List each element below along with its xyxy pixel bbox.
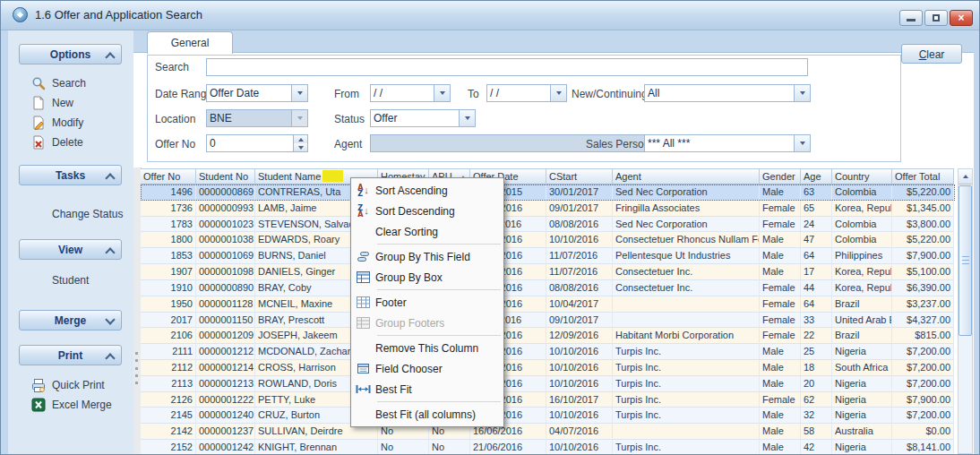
cell-cstart[interactable]: 04/07/2016 [546,424,613,440]
sidebar-item-search[interactable]: Search [8,73,133,93]
vertical-scrollbar[interactable] [958,168,973,454]
cell-offer-total[interactable]: $3,800.00 [892,217,954,233]
cell-offer-no[interactable]: 1800 [141,232,196,248]
cell-gender[interactable]: Male [760,232,801,248]
titlebar[interactable]: 1.6 Offer and Application Search × [1,1,979,30]
cell-agent[interactable]: Turpis Inc. [613,392,760,408]
cell-agent[interactable]: Turpis Inc. [613,344,760,360]
sidebar-group-options[interactable]: Options [19,44,122,64]
cell-offer-total[interactable]: $5,220.00 [892,185,954,201]
cell-country[interactable]: United Arab Emirates [832,313,892,329]
cell-agent[interactable]: Consectetuer Inc. [613,264,760,280]
cell-gender[interactable]: Male [760,344,801,360]
cell-offer-total[interactable]: $7,200.00 [892,360,954,376]
cell-country[interactable]: Nigeria [832,376,892,392]
cell-student-no[interactable]: 0000001150 [196,313,255,329]
cell-country[interactable]: Colombia [832,232,892,248]
close-button[interactable]: × [950,10,973,26]
cell-age[interactable]: 33 [801,313,832,329]
cell-country[interactable]: Nigeria [832,392,892,408]
cell-agent[interactable] [613,296,760,313]
table-row[interactable]: 19100000000890BRAY, Coby14/03/201608/08/… [141,280,955,296]
column-header-student-no[interactable]: Student No [196,168,255,185]
cell-offer-no[interactable]: 1783 [141,217,196,233]
cell-cstart[interactable]: 10/10/2016 [546,232,613,248]
cell-offer-total[interactable]: $7,200.00 [892,376,954,392]
cell-cstart[interactable]: 09/10/2017 [546,313,613,329]
cell-country[interactable]: Nigeria [832,408,892,424]
cell-cstart[interactable]: 12/09/2016 [546,328,613,344]
chevron-down-icon[interactable] [459,110,475,126]
cell-student-no[interactable]: 0000001213 [196,376,255,392]
cell-offer-no[interactable]: 2017 [141,313,196,329]
cell-student-no[interactable]: 0000001242 [196,440,255,455]
cell-offer-no[interactable]: 2142 [141,424,196,440]
cell-gender[interactable]: Female [760,328,801,344]
menu-item-remove-this-column[interactable]: Remove This Column [351,338,503,358]
cell-agent[interactable]: Habitant Morbi Corporation [613,328,760,344]
cell-offer-total[interactable]: $3,237.00 [892,296,954,313]
cell-gender[interactable]: Female [760,280,801,296]
cell-cstart[interactable]: 11/07/2016 [546,264,613,280]
cell-age[interactable]: 20 [801,376,832,392]
cell-age[interactable]: 18 [801,360,832,376]
table-row[interactable]: 18530000001069BURNS, Daniel08/02/201611/… [141,248,955,264]
cell-student-no[interactable]: 0000001240 [196,408,255,424]
cell-agent[interactable]: Sed Nec Corporation [613,217,760,233]
cell-student-no[interactable]: 0000000993 [196,201,255,217]
cell-country[interactable]: Brazil [832,328,892,344]
new-continuing-select[interactable]: All [644,84,811,102]
sidebar-group-print[interactable]: Print [19,345,122,365]
table-row[interactable]: 21130000001213ROWLAND, Doris08/06/201610… [141,376,955,392]
cell-student-no[interactable]: 0000000890 [196,280,255,296]
cell-cstart[interactable]: 10/10/2016 [546,408,613,424]
cell-age[interactable]: 62 [801,392,832,408]
menu-item-group-by-this-field[interactable]: Group By This Field [351,246,503,267]
cell-cstart[interactable]: 10/10/2016 [546,376,613,392]
cell-gender[interactable]: Male [760,360,801,376]
cell-cstart[interactable]: 10/10/2016 [546,360,613,376]
cell-offer-no[interactable]: 2126 [141,392,196,408]
table-row[interactable]: 20170000001150BRAY, Prescott11/04/201609… [141,313,955,329]
cell-offer-no[interactable]: 2106 [141,328,196,344]
table-row[interactable]: 21450000001240CRUZ, Burton13/06/201610/1… [141,408,955,424]
cell-cstart[interactable]: 10/04/2017 [546,296,613,313]
cell-age[interactable]: 64 [801,296,832,313]
sidebar-item-student[interactable]: Student [8,270,133,290]
date-range-select[interactable]: Offer Date [206,84,308,102]
cell-offer-total[interactable]: $7,900.00 [892,392,954,408]
cell-student-no[interactable]: 0000001209 [196,328,255,344]
cell-cstart[interactable]: 09/01/2017 [546,201,613,217]
cell-student-no[interactable]: 0000001069 [196,248,255,264]
cell-cstart[interactable]: 30/01/2017 [546,185,613,201]
minimize-button[interactable] [899,10,923,26]
clear-button[interactable]: Clear [901,44,962,64]
table-row[interactable]: 21060000001209JOSEPH, Jakeem01/06/201612… [141,328,955,344]
from-date-select[interactable]: / / [370,84,451,102]
cell-agent[interactable]: Fringilla Associates [613,201,760,217]
cell-country[interactable]: Australia [832,424,892,440]
cell-offer-total[interactable]: $7,900.00 [892,248,954,264]
cell-country[interactable]: Korea, Republic [832,280,892,296]
cell-apu[interactable]: No [429,440,470,455]
cell-offer-no[interactable]: 2113 [141,376,196,392]
cell-gender[interactable]: Male [760,185,801,201]
cell-student-no[interactable]: 0000001038 [196,232,255,248]
cell-offer-total[interactable]: $6,390.00 [892,280,954,296]
cell-agent[interactable]: Turpis Inc. [613,360,760,376]
cell-cstart[interactable]: 11/07/2016 [546,248,613,264]
sidebar-group-view[interactable]: View [19,239,122,260]
cell-student-no[interactable]: 0000001214 [196,360,255,376]
sidebar-item-change-status[interactable]: Change Status [8,204,133,224]
cell-offer-total[interactable]: $8,141.00 [892,440,954,455]
sidebar-item-excel-merge[interactable]: Excel Merge [8,395,133,415]
column-header-offer-no[interactable]: Offer No [141,168,196,185]
column-header-age[interactable]: Age [801,168,832,185]
cell-offer-total[interactable]: $0.00 [892,424,954,440]
table-row[interactable]: 21420000001237SULLIVAN, DeirdreNoNo16/06… [141,424,955,440]
to-date-select[interactable]: / / [486,84,567,102]
chevron-down-icon[interactable] [550,85,566,101]
cell-agent[interactable]: Pellentesque Ut Industries [613,248,760,264]
cell-student-no[interactable]: 0000001128 [196,296,255,313]
cell-country[interactable]: South Africa [832,360,892,376]
